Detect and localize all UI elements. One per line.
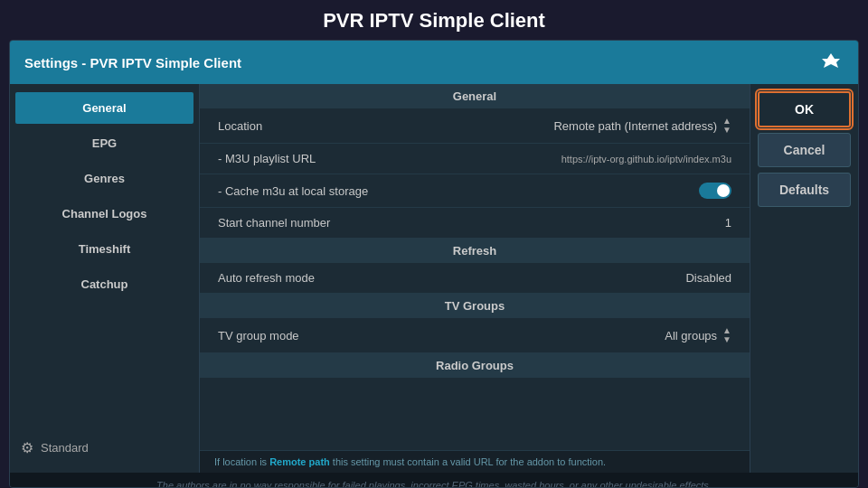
defaults-button[interactable]: Defaults: [758, 173, 851, 207]
m3u-url-value: https://iptv-org.github.io/iptv/index.m3…: [561, 154, 731, 164]
sidebar-item-catchup[interactable]: Catchup: [15, 268, 193, 300]
setting-row-m3u-url[interactable]: - M3U playlist URL https://iptv-org.gith…: [200, 144, 750, 174]
ok-button[interactable]: OK: [758, 91, 851, 127]
section-header-tv-groups: TV Groups: [200, 294, 750, 318]
footer-highlight: Remote path: [269, 456, 330, 467]
footer-disclaimer: The authors are in no way responsible fo…: [10, 473, 858, 488]
sidebar-item-epg[interactable]: EPG: [15, 127, 193, 159]
settings-area[interactable]: General Location Remote path (Internet a…: [200, 84, 750, 450]
section-header-refresh: Refresh: [200, 239, 750, 263]
setting-row-tv-group-mode[interactable]: TV group mode All groups ▲▼: [200, 318, 750, 353]
cancel-button[interactable]: Cancel: [758, 133, 851, 167]
location-label: Location: [218, 119, 262, 133]
channel-number-label: Start channel number: [218, 216, 330, 230]
dialog-header: Settings - PVR IPTV Simple Client: [10, 41, 858, 84]
footer-info-prefix: If location is: [214, 456, 269, 467]
standard-label: Standard: [41, 441, 89, 455]
setting-row-cache[interactable]: - Cache m3u at local storage: [200, 174, 750, 208]
sidebar-item-channel-logos[interactable]: Channel Logos: [15, 198, 193, 230]
setting-row-auto-refresh[interactable]: Auto refresh mode Disabled: [200, 263, 750, 294]
tv-group-mode-label: TV group mode: [218, 329, 299, 343]
footer-info: If location is Remote path this setting …: [200, 450, 750, 473]
auto-refresh-value: Disabled: [685, 271, 731, 285]
sidebar-item-genres[interactable]: Genres: [15, 163, 193, 194]
sidebar: General EPG Genres Channel Logos Timeshi…: [10, 84, 200, 473]
sidebar-bottom: ⚙ Standard: [10, 430, 199, 465]
sidebar-item-general[interactable]: General: [15, 92, 193, 124]
kodi-icon: [818, 50, 844, 75]
gear-icon: ⚙: [21, 439, 33, 456]
setting-row-location[interactable]: Location Remote path (Internet address) …: [200, 108, 750, 144]
main-content: General Location Remote path (Internet a…: [200, 84, 750, 473]
dialog-body: General EPG Genres Channel Logos Timeshi…: [10, 84, 858, 473]
cache-label: - Cache m3u at local storage: [218, 184, 368, 198]
tv-group-chevrons: ▲▼: [722, 326, 731, 344]
section-header-general: General: [200, 84, 750, 108]
app-title: PVR IPTV Simple Client: [0, 0, 868, 40]
buttons-panel: OK Cancel Defaults: [750, 84, 858, 473]
sidebar-item-timeshift[interactable]: Timeshift: [15, 233, 193, 265]
cache-toggle[interactable]: [699, 183, 731, 199]
m3u-url-label: - M3U playlist URL: [218, 152, 316, 165]
setting-row-channel-number[interactable]: Start channel number 1: [200, 208, 750, 239]
auto-refresh-label: Auto refresh mode: [218, 271, 315, 285]
footer-info-suffix: this setting must contain a valid URL fo…: [330, 456, 606, 467]
tv-group-mode-value: All groups ▲▼: [665, 326, 731, 344]
channel-number-value: 1: [725, 216, 731, 230]
location-chevrons: ▲▼: [722, 117, 731, 135]
location-value: Remote path (Internet address) ▲▼: [553, 117, 731, 135]
dialog: Settings - PVR IPTV Simple Client Genera…: [9, 40, 859, 488]
dialog-title: Settings - PVR IPTV Simple Client: [24, 55, 241, 70]
section-header-radio-groups: Radio Groups: [200, 353, 750, 378]
